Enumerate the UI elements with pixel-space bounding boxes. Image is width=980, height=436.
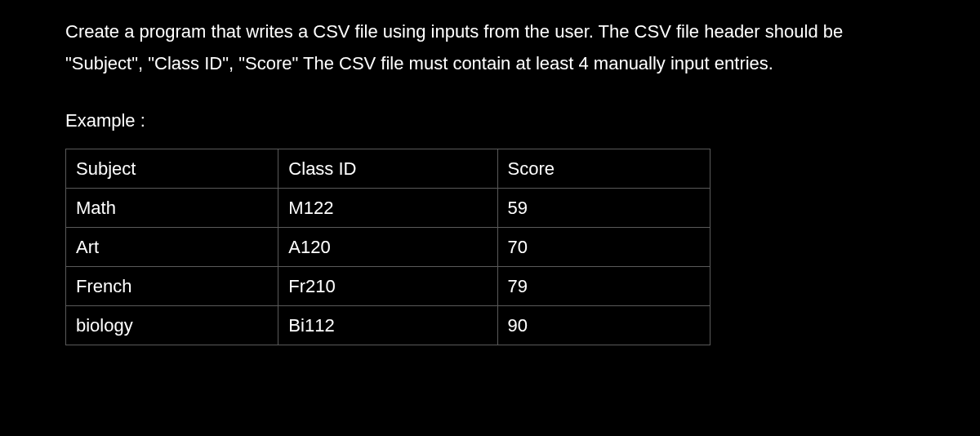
table-cell: Art bbox=[66, 227, 278, 266]
table-cell: 79 bbox=[497, 267, 710, 306]
table-cell: A120 bbox=[278, 227, 497, 266]
table-cell: Math bbox=[66, 188, 278, 227]
table-cell: 90 bbox=[497, 306, 710, 345]
table-header-cell: Subject bbox=[66, 149, 278, 188]
table-cell: French bbox=[66, 267, 278, 306]
table-cell: Bi112 bbox=[278, 306, 497, 345]
table-row: French Fr210 79 bbox=[66, 267, 710, 306]
problem-instruction: Create a program that writes a CSV file … bbox=[65, 16, 915, 79]
example-label: Example : bbox=[65, 105, 915, 137]
table-row: biology Bi112 90 bbox=[66, 306, 710, 345]
table-header-cell: Score bbox=[497, 149, 710, 188]
table-header-cell: Class ID bbox=[278, 149, 497, 188]
example-table: Subject Class ID Score Math M122 59 Art … bbox=[65, 149, 710, 346]
table-cell: M122 bbox=[278, 188, 497, 227]
table-row: Math M122 59 bbox=[66, 188, 710, 227]
table-cell: 70 bbox=[497, 227, 710, 266]
table-cell: 59 bbox=[497, 188, 710, 227]
table-row: Art A120 70 bbox=[66, 227, 710, 266]
table-cell: Fr210 bbox=[278, 267, 497, 306]
table-cell: biology bbox=[66, 306, 278, 345]
table-header-row: Subject Class ID Score bbox=[66, 149, 710, 188]
